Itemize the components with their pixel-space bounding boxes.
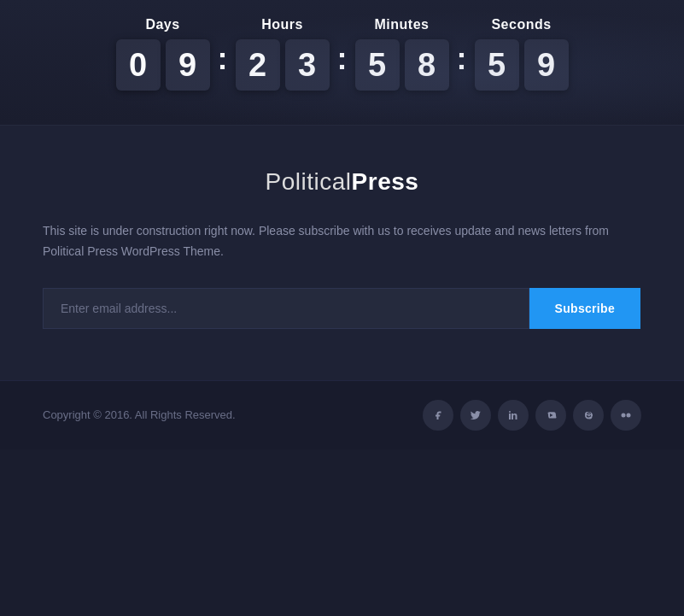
days-digit-0: 0 (116, 39, 161, 91)
minutes-label: Minutes (375, 17, 430, 32)
hours-digit-1: 3 (285, 39, 330, 91)
hours-unit: Hours 2 3 (233, 17, 332, 91)
minutes-digit-0: 5 (355, 39, 400, 91)
days-digits: 0 9 (114, 39, 213, 91)
subscribe-button[interactable]: Subscribe (529, 288, 640, 329)
hours-label: Hours (261, 17, 303, 32)
hours-digit-0: 2 (236, 39, 280, 91)
description-text: This site is under construction right no… (43, 221, 640, 262)
hours-digits: 2 3 (233, 39, 332, 91)
brand-name-bold: Press (352, 168, 419, 195)
countdown-container: Days 0 9 : Hours 2 3 : Minutes 5 8 (0, 17, 684, 91)
copyright-text: Copyright © 2016. All Rights Reserved. (43, 408, 236, 421)
colon-1: : (213, 41, 233, 84)
subscribe-form: Subscribe (43, 288, 640, 329)
youtube-icon[interactable] (535, 400, 566, 431)
minutes-unit: Minutes 5 8 (353, 17, 452, 91)
days-digit-1: 9 (166, 39, 210, 91)
countdown-section: Days 0 9 : Hours 2 3 : Minutes 5 8 (0, 0, 684, 126)
seconds-unit: Seconds 5 9 (472, 17, 571, 91)
seconds-digit-1: 9 (524, 39, 569, 91)
minutes-digits: 5 8 (353, 39, 452, 91)
skype-icon[interactable] (573, 400, 604, 431)
svg-point-0 (622, 413, 626, 417)
brand-title: PoliticalPress (43, 168, 641, 196)
facebook-icon[interactable] (423, 400, 453, 431)
social-icons-group (423, 400, 641, 431)
colon-2: : (332, 41, 353, 84)
twitter-icon[interactable] (460, 400, 491, 431)
colon-3: : (452, 41, 472, 84)
brand-name-light: Political (266, 168, 352, 195)
main-content: PoliticalPress This site is under constr… (0, 126, 684, 380)
seconds-label: Seconds (491, 17, 551, 32)
linkedin-icon[interactable] (498, 400, 529, 431)
svg-point-1 (627, 413, 631, 417)
seconds-digit-0: 5 (475, 39, 519, 91)
minutes-digit-1: 8 (405, 39, 449, 91)
email-input[interactable] (43, 288, 529, 329)
seconds-digits: 5 9 (472, 39, 571, 91)
days-unit: Days 0 9 (114, 17, 213, 91)
footer: Copyright © 2016. All Rights Reserved. (0, 380, 684, 449)
days-label: Days (145, 17, 179, 32)
flickr-icon[interactable] (611, 400, 641, 431)
